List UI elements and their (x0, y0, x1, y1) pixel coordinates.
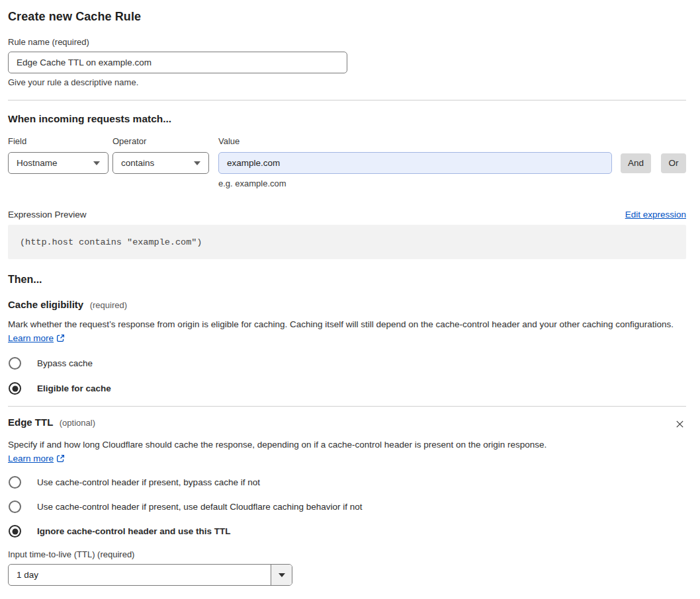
operator-select[interactable]: contains (112, 152, 209, 174)
edge-ttl-description: Specify if and how long Cloudflare shoul… (8, 438, 564, 465)
page-title: Create new Cache Rule (8, 10, 686, 24)
radio-icon (9, 357, 21, 370)
edge-ttl-title: Edge TTL (optional) (8, 417, 95, 428)
chevron-down-icon (194, 161, 200, 165)
radio-option-ignore-header-use-ttl[interactable]: Ignore cache-control header and use this… (8, 525, 686, 538)
match-condition-row: Hostname contains And Or (8, 152, 686, 174)
ttl-select-value: 1 day (9, 565, 271, 585)
external-link-icon (56, 454, 65, 463)
edge-ttl-header: Edge TTL (optional) (8, 417, 686, 432)
edit-expression-link[interactable]: Edit expression (625, 210, 686, 220)
radio-selected-icon (9, 382, 21, 395)
cache-eligibility-title: Cache eligibility (required) (8, 299, 686, 311)
field-select-value: Hostname (17, 158, 58, 168)
learn-more-link[interactable]: Learn more (8, 454, 54, 463)
value-hint: e.g. example.com (218, 179, 686, 188)
cache-eligibility-description: Mark whether the request’s response from… (8, 317, 686, 345)
learn-more-link[interactable]: Learn more (8, 333, 54, 343)
ttl-select[interactable]: 1 day (8, 564, 292, 586)
radio-option-use-header-default[interactable]: Use cache-control header if present, use… (8, 500, 686, 513)
match-field-labels: Field Operator Value (8, 136, 686, 146)
expression-preview-header: Expression Preview Edit expression (8, 210, 686, 220)
field-label: Field (8, 136, 112, 146)
external-link-icon (56, 334, 65, 342)
radio-option-use-header-bypass[interactable]: Use cache-control header if present, byp… (8, 476, 686, 489)
optional-tag: (optional) (60, 418, 95, 428)
and-button[interactable]: And (621, 153, 651, 173)
chevron-down-icon (279, 573, 285, 577)
ttl-label: Input time-to-live (TTL) (required) (8, 549, 686, 559)
rule-name-input[interactable] (8, 52, 347, 73)
chevron-down-icon (93, 161, 100, 165)
create-cache-rule-form: Create new Cache Rule Rule name (require… (0, 0, 700, 586)
section-divider (8, 406, 686, 407)
rule-name-label: Rule name (required) (8, 37, 686, 47)
radio-icon (9, 476, 21, 489)
match-heading: When incoming requests match... (8, 113, 686, 125)
radio-selected-icon (9, 525, 21, 538)
close-icon[interactable] (674, 418, 686, 432)
then-heading: Then... (8, 274, 686, 286)
value-input[interactable] (218, 152, 612, 174)
section-divider (8, 100, 686, 100)
radio-option-bypass-cache[interactable]: Bypass cache (8, 357, 686, 370)
operator-label: Operator (112, 136, 218, 146)
required-tag: (required) (90, 300, 127, 310)
expression-preview-label: Expression Preview (8, 210, 87, 220)
value-label: Value (218, 136, 240, 146)
ttl-dropdown-button[interactable] (271, 565, 292, 585)
field-select[interactable]: Hostname (8, 152, 109, 174)
radio-icon (9, 500, 21, 513)
or-button[interactable]: Or (661, 153, 686, 173)
radio-option-eligible-for-cache[interactable]: Eligible for cache (8, 382, 686, 395)
expression-code: (http.host contains "example.com") (8, 225, 686, 259)
operator-select-value: contains (121, 158, 154, 168)
rule-name-help: Give your rule a descriptive name. (8, 77, 686, 87)
